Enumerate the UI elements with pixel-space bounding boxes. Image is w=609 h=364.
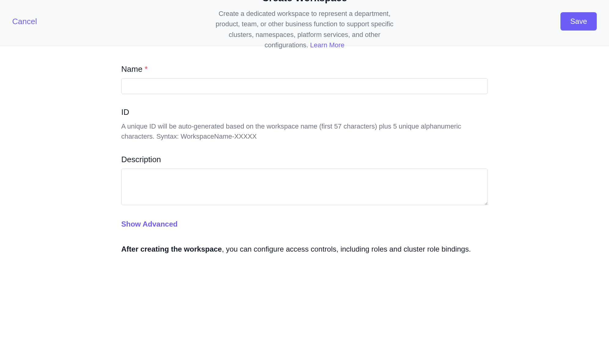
page-description: Create a dedicated workspace to represen… [207, 9, 402, 50]
form-container: Name * ID A unique ID will be auto-gener… [60, 46, 549, 267]
footer-note-bold: After creating the workspace [121, 245, 222, 253]
id-field-group: ID A unique ID will be auto-generated ba… [121, 107, 488, 141]
page-title: Create Workspace [207, 0, 402, 4]
save-button[interactable]: Save [560, 12, 597, 31]
required-asterisk: * [145, 64, 148, 74]
name-input[interactable] [121, 78, 488, 94]
name-label: Name * [121, 64, 488, 74]
page-header: Cancel Create Workspace Create a dedicat… [0, 0, 609, 46]
name-field-group: Name * [121, 64, 488, 94]
footer-note-text: , you can configure access controls, inc… [222, 245, 471, 253]
id-helper-text: A unique ID will be auto-generated based… [121, 121, 488, 141]
show-advanced-button[interactable]: Show Advanced [121, 220, 177, 228]
description-textarea[interactable] [121, 169, 488, 205]
name-label-text: Name [121, 64, 145, 74]
id-label: ID [121, 107, 488, 117]
description-label: Description [121, 155, 488, 164]
footer-note: After creating the workspace, you can co… [121, 244, 488, 255]
description-field-group: Description [121, 155, 488, 206]
header-center: Create Workspace Create a dedicated work… [207, 0, 402, 50]
cancel-button[interactable]: Cancel [12, 17, 37, 26]
description-text: Create a dedicated workspace to represen… [216, 10, 393, 49]
learn-more-link[interactable]: Learn More [310, 41, 345, 49]
